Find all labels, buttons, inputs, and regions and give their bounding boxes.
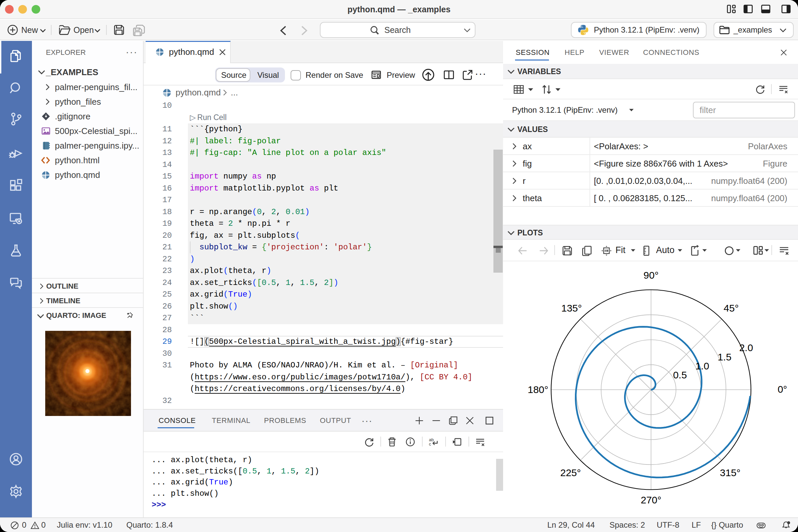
- svg-text:0.5: 0.5: [673, 369, 687, 380]
- svg-text:2.0: 2.0: [739, 342, 753, 353]
- svg-text:270°: 270°: [641, 494, 661, 506]
- svg-text:0°: 0°: [778, 384, 787, 395]
- svg-text:135°: 135°: [561, 303, 582, 314]
- svg-text:180°: 180°: [528, 384, 548, 395]
- svg-text:315°: 315°: [720, 467, 740, 478]
- svg-text:1.0: 1.0: [695, 360, 709, 372]
- svg-text:c: c: [429, 441, 431, 446]
- svg-text:1.5: 1.5: [718, 352, 732, 362]
- svg-text:90°: 90°: [643, 270, 658, 281]
- svg-text:45°: 45°: [723, 303, 739, 314]
- svg-text:225°: 225°: [560, 467, 581, 478]
